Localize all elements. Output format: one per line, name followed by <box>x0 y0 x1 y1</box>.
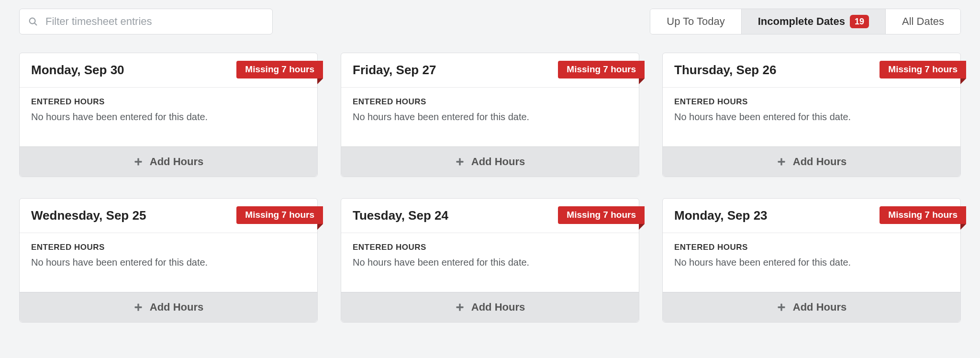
add-hours-button[interactable]: Add Hours <box>341 292 639 322</box>
svg-rect-13 <box>778 306 785 308</box>
tab-label: Up To Today <box>667 15 725 28</box>
svg-rect-9 <box>134 306 142 308</box>
entered-hours-label: ENTERED HOURS <box>674 97 949 107</box>
no-hours-text: No hours have been entered for this date… <box>353 112 627 123</box>
filter-timesheet-input[interactable] <box>19 9 273 34</box>
date-filter-tabs: Up To Today Incomplete Dates 19 All Date… <box>650 9 961 34</box>
search-wrap <box>19 9 273 34</box>
entered-hours-label: ENTERED HOURS <box>31 243 306 252</box>
tab-label: All Dates <box>902 15 944 28</box>
tab-incomplete-dates[interactable]: Incomplete Dates 19 <box>742 9 886 34</box>
add-hours-button[interactable]: Add Hours <box>20 146 317 177</box>
card-body: ENTERED HOURS No hours have been entered… <box>341 233 639 292</box>
missing-hours-ribbon: Missing 7 hours <box>236 61 323 78</box>
missing-hours-ribbon: Missing 7 hours <box>880 206 966 224</box>
add-hours-label: Add Hours <box>793 301 846 313</box>
card-body: ENTERED HOURS No hours have been entered… <box>20 88 317 146</box>
card-body: ENTERED HOURS No hours have been entered… <box>663 88 960 146</box>
svg-rect-11 <box>456 306 463 308</box>
add-hours-label: Add Hours <box>471 301 525 313</box>
no-hours-text: No hours have been entered for this date… <box>674 257 949 268</box>
entered-hours-label: ENTERED HOURS <box>31 97 306 107</box>
plus-icon <box>777 157 786 167</box>
search-icon <box>28 16 38 27</box>
svg-rect-3 <box>134 161 142 162</box>
add-hours-label: Add Hours <box>150 156 203 168</box>
entered-hours-label: ENTERED HOURS <box>353 243 627 252</box>
card-body: ENTERED HOURS No hours have been entered… <box>663 233 960 292</box>
no-hours-text: No hours have been entered for this date… <box>31 112 306 123</box>
add-hours-button[interactable]: Add Hours <box>20 292 317 322</box>
tab-up-to-today[interactable]: Up To Today <box>650 9 742 34</box>
missing-hours-ribbon: Missing 7 hours <box>558 61 645 78</box>
plus-icon <box>134 157 143 167</box>
add-hours-button[interactable]: Add Hours <box>663 146 960 177</box>
timesheet-card: Missing 7 hours Monday, Sep 23 ENTERED H… <box>662 198 961 323</box>
entered-hours-label: ENTERED HOURS <box>353 97 627 107</box>
timesheet-cards-grid: Missing 7 hours Monday, Sep 30 ENTERED H… <box>19 53 961 323</box>
plus-icon <box>455 157 465 167</box>
add-hours-label: Add Hours <box>150 301 203 313</box>
svg-rect-7 <box>778 161 785 162</box>
no-hours-text: No hours have been entered for this date… <box>353 257 627 268</box>
timesheet-card: Missing 7 hours Tuesday, Sep 24 ENTERED … <box>341 198 639 323</box>
svg-rect-5 <box>456 161 463 162</box>
card-body: ENTERED HOURS No hours have been entered… <box>20 233 317 292</box>
add-hours-label: Add Hours <box>471 156 525 168</box>
plus-icon <box>777 302 786 312</box>
no-hours-text: No hours have been entered for this date… <box>674 112 949 123</box>
incomplete-count-badge: 19 <box>850 15 869 28</box>
timesheet-card: Missing 7 hours Wednesday, Sep 25 ENTERE… <box>19 198 318 323</box>
add-hours-label: Add Hours <box>793 156 846 168</box>
plus-icon <box>455 302 465 312</box>
timesheet-card: Missing 7 hours Thursday, Sep 26 ENTERED… <box>662 53 961 177</box>
no-hours-text: No hours have been entered for this date… <box>31 257 306 268</box>
add-hours-button[interactable]: Add Hours <box>663 292 960 322</box>
missing-hours-ribbon: Missing 7 hours <box>236 206 323 224</box>
top-bar: Up To Today Incomplete Dates 19 All Date… <box>19 9 961 34</box>
missing-hours-ribbon: Missing 7 hours <box>558 206 645 224</box>
plus-icon <box>134 302 143 312</box>
tab-label: Incomplete Dates <box>758 15 845 28</box>
timesheet-card: Missing 7 hours Monday, Sep 30 ENTERED H… <box>19 53 318 177</box>
add-hours-button[interactable]: Add Hours <box>341 146 639 177</box>
entered-hours-label: ENTERED HOURS <box>674 243 949 252</box>
tab-all-dates[interactable]: All Dates <box>886 9 960 34</box>
svg-line-1 <box>34 23 36 25</box>
card-body: ENTERED HOURS No hours have been entered… <box>341 88 639 146</box>
missing-hours-ribbon: Missing 7 hours <box>880 61 966 78</box>
timesheet-card: Missing 7 hours Friday, Sep 27 ENTERED H… <box>341 53 639 177</box>
